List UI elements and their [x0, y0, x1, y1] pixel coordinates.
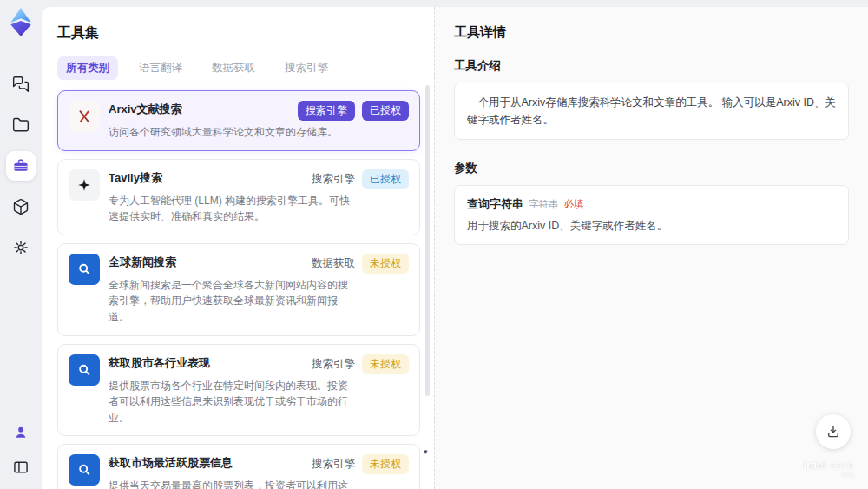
download-button[interactable]	[816, 414, 851, 449]
intro-box: 一个用于从Arxiv存储库搜索科学论文和文章的工具。 输入可以是Arxiv ID…	[454, 83, 849, 140]
param-type: 字符串	[529, 198, 559, 211]
tab-search-engine[interactable]: 搜索引擎	[276, 56, 337, 80]
tool-category: 搜索引擎	[312, 172, 355, 187]
tool-auth-badge: 已授权	[362, 101, 409, 121]
tool-card-list: Arxiv文献搜索 搜索引擎 已授权 访问各个研究领域大量科学论文和文章的存储库…	[57, 90, 420, 489]
tool-card[interactable]: 获取市场最活跃股票信息 搜索引擎 未授权 提供当天交易量最高的股票列表，投资者可…	[57, 444, 420, 489]
category-tabs: 所有类别 语言翻译 数据获取 搜索引擎	[57, 56, 420, 80]
tool-category: 搜索引擎	[312, 357, 355, 372]
tool-name: 获取股市各行业表现	[108, 354, 210, 371]
tool-auth-badge: 未授权	[362, 454, 409, 474]
package-icon[interactable]	[6, 192, 36, 221]
intro-text: 一个用于从Arxiv存储库搜索科学论文和文章的工具。 输入可以是Arxiv ID…	[467, 94, 836, 129]
param-description: 用于搜索的Arxiv ID、关键字或作者姓名。	[467, 219, 836, 234]
tool-name: 全球新闻搜索	[108, 254, 176, 270]
settings-gear-icon[interactable]	[6, 233, 36, 262]
tool-category: 搜索引擎	[298, 101, 355, 121]
tool-description: 访问各个研究领域大量科学论文和文章的存储库。	[108, 124, 350, 141]
tool-description: 提供当天交易量最高的股票列表，投资者可以利用这些信息来识别流动性强的股票和潜在的…	[108, 478, 350, 489]
param-required-flag: 必填	[564, 198, 584, 211]
page-title: 工具集	[57, 24, 420, 43]
param-name: 查询字符串	[467, 196, 523, 212]
tool-card[interactable]: 全球新闻搜索 数据获取 未授权 全球新闻搜索是一个聚合全球各大新闻网站内容的搜索…	[57, 243, 420, 336]
detail-title: 工具详情	[454, 24, 849, 41]
tool-card[interactable]: Tavily搜索 搜索引擎 已授权 专为人工智能代理 (LLM) 构建的搜索引擎…	[57, 159, 420, 235]
sparkle-icon	[69, 169, 100, 201]
chat-icon[interactable]	[6, 69, 36, 99]
param-box: 查询字符串 字符串 必填 用于搜索的Arxiv ID、关键字或作者姓名。	[454, 185, 849, 245]
tool-auth-badge: 未授权	[362, 354, 409, 374]
intro-heading: 工具介绍	[454, 58, 849, 74]
tool-name: Tavily搜索	[108, 169, 162, 186]
tool-name: 获取市场最活跃股票信息	[108, 454, 233, 471]
collapse-panel-icon[interactable]	[6, 453, 36, 482]
tool-auth-badge: 已授权	[362, 169, 409, 189]
tool-category: 数据获取	[312, 256, 355, 271]
folder-icon[interactable]	[6, 110, 36, 140]
user-profile-icon[interactable]	[6, 418, 36, 447]
scroll-down-icon[interactable]: ▾	[424, 447, 428, 456]
toolbox-icon[interactable]	[6, 151, 36, 181]
news-search-icon	[69, 354, 100, 386]
intel-core-logo: intel core Ultra	[803, 457, 854, 479]
list-scrollbar[interactable]: ▾	[425, 82, 431, 480]
news-search-icon	[69, 454, 100, 486]
params-heading: 参数	[454, 161, 849, 176]
tool-auth-badge: 未授权	[362, 254, 409, 274]
brand-intel: intel	[803, 459, 826, 472]
tab-language-translation[interactable]: 语言翻译	[130, 56, 191, 80]
app-sidebar	[0, 0, 42, 489]
app-logo-icon	[7, 7, 35, 38]
tool-description: 全球新闻搜索是一个聚合全球各大新闻网站内容的搜索引擎，帮助用户快速获取全球最新资…	[108, 277, 350, 326]
param-row: 查询字符串 字符串 必填	[467, 196, 836, 212]
tool-card[interactable]: Arxiv文献搜索 搜索引擎 已授权 访问各个研究领域大量科学论文和文章的存储库…	[57, 90, 420, 151]
news-search-icon	[69, 254, 100, 285]
scrollbar-thumb[interactable]	[425, 85, 430, 396]
brand-sub: Ultra	[803, 472, 854, 479]
tool-description: 提供股票市场各个行业在特定时间段内的表现。投资者可以利用这些信息来识别表现优于或…	[108, 378, 350, 426]
tool-description: 专为人工智能代理 (LLM) 构建的搜索引擎工具。可快速提供实时、准确和真实的结…	[108, 193, 350, 225]
main-content: 工具集 所有类别 语言翻译 数据获取 搜索引擎 Arxiv文献搜索 搜索引擎 已…	[42, 7, 868, 489]
tab-all-categories[interactable]: 所有类别	[57, 56, 118, 80]
tool-name: Arxiv文献搜索	[108, 101, 182, 117]
brand-core: core	[831, 459, 854, 472]
arxiv-logo-icon	[69, 101, 100, 132]
tool-card[interactable]: 获取股市各行业表现 搜索引擎 未授权 提供股票市场各个行业在特定时间段内的表现。…	[57, 344, 420, 437]
tool-list-pane: 工具集 所有类别 语言翻译 数据获取 搜索引擎 Arxiv文献搜索 搜索引擎 已…	[42, 7, 434, 489]
tab-data-acquisition[interactable]: 数据获取	[203, 56, 264, 80]
tool-detail-pane: 工具详情 工具介绍 一个用于从Arxiv存储库搜索科学论文和文章的工具。 输入可…	[434, 7, 868, 489]
tool-category: 搜索引擎	[312, 457, 355, 472]
